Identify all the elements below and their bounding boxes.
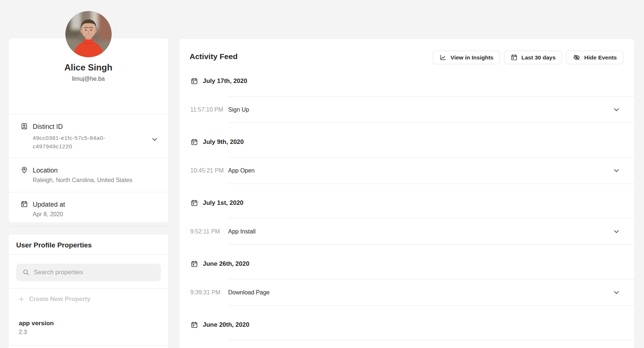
view-in-insights-button[interactable]: View in Insights: [433, 51, 500, 64]
field-value: 49cc0381-e1fc-57c5-84a0-c497949c1220: [8, 134, 130, 151]
divider: [228, 123, 634, 123]
calendar-icon: [191, 138, 198, 146]
field-distinct-id: Distinct ID 49cc0381-e1fc-57c5-84a0-c497…: [8, 114, 168, 158]
feed-date-group: July 9th, 2020 10:45:21 PM App Open: [179, 138, 634, 184]
last-30-days-button[interactable]: Last 30 days: [504, 51, 562, 64]
hide-events-label: Hide Events: [584, 54, 617, 61]
field-label: Distinct ID: [8, 114, 168, 131]
event-item: 9:39:31 PM Download Page: [179, 279, 634, 306]
feed-date-group: July 1st, 2020 9:52:11 PM App Install: [179, 199, 634, 245]
event-time: 10:45:21 PM: [190, 167, 224, 174]
activity-feed-card: Activity Feed View in Insights Last 30 d…: [179, 39, 635, 348]
profile-name: Alice Singh: [8, 62, 168, 73]
feed-groups: July 17th, 2020 11:57:10 PM Sign Up July…: [179, 39, 634, 340]
event-name: App Install: [228, 228, 256, 235]
chevron-down-icon[interactable]: [152, 138, 157, 141]
search-icon: [23, 269, 29, 276]
feed-date-header: June 20th, 2020: [191, 320, 634, 329]
feed-date-label: July 1st, 2020: [203, 199, 244, 207]
chevron-down-icon[interactable]: [614, 108, 619, 111]
feed-date-group: July 17th, 2020 11:57:10 PM Sign Up: [179, 77, 634, 123]
feed-date-header: July 1st, 2020: [191, 199, 634, 207]
properties-title: User Profile Properties: [8, 234, 168, 254]
feed-date-header: July 17th, 2020: [191, 77, 634, 86]
feed-date-label: July 9th, 2020: [203, 138, 244, 146]
avatar: [65, 11, 112, 57]
feed-date-header: July 9th, 2020: [191, 138, 634, 146]
chevron-down-icon[interactable]: [614, 169, 619, 172]
calendar-icon: [191, 321, 198, 329]
user-profile-page: Alice Singh limuj@he.ba Distinct ID 49cc…: [0, 0, 644, 348]
event-name: Sign Up: [228, 106, 249, 113]
event-row[interactable]: 9:52:11 PM App Install: [179, 218, 634, 244]
divider: [228, 184, 634, 184]
last-30-days-label: Last 30 days: [521, 54, 555, 61]
field-value: Raleigh, North Carolina, United States: [8, 177, 168, 184]
property-item[interactable]: app version 2.3: [8, 309, 168, 345]
field-label: Updated at: [8, 192, 168, 209]
avatar-photo: [65, 11, 112, 57]
search-box[interactable]: [16, 264, 161, 281]
feed-date-header: June 26th, 2020: [191, 260, 634, 268]
divider: [228, 340, 634, 340]
calendar-icon: [191, 77, 198, 85]
location-pin-icon: [21, 166, 28, 174]
divider: [228, 244, 634, 245]
calendar-icon: [191, 260, 198, 268]
event-time: 9:39:31 PM: [190, 289, 220, 296]
calendar-icon: [191, 199, 198, 207]
search-properties-input[interactable]: [34, 269, 161, 276]
profile-card: Alice Singh limuj@he.ba Distinct ID 49cc…: [8, 38, 169, 223]
profile-email: limuj@he.ba: [8, 75, 168, 82]
feed-date-label: June 26th, 2020: [203, 260, 249, 268]
event-name: Download Page: [228, 289, 270, 296]
calendar-icon: [21, 200, 28, 208]
divider: [228, 305, 634, 306]
field-location: Location Raleigh, North Carolina, United…: [8, 158, 168, 192]
event-time: 11:57:10 PM: [190, 106, 223, 113]
feed-date-group: June 26th, 2020 9:39:31 PM Download Page: [179, 260, 634, 306]
feed-date-label: July 17th, 2020: [203, 77, 247, 85]
hide-events-button[interactable]: Hide Events: [566, 51, 623, 64]
profile-header: Alice Singh limuj@he.ba: [8, 62, 168, 114]
create-new-property-label: Create New Property: [29, 296, 90, 303]
event-row[interactable]: 9:39:31 PM Download Page: [179, 279, 634, 305]
feed-date-group: June 20th, 2020: [179, 320, 634, 340]
eye-off-icon: [573, 54, 580, 61]
field-label: Location: [8, 158, 168, 174]
chevron-down-icon[interactable]: [614, 291, 619, 294]
event-time: 9:52:11 PM: [190, 228, 220, 235]
property-value: 2.3: [19, 329, 168, 336]
create-new-property-button[interactable]: Create New Property: [8, 288, 168, 309]
property-name: app version: [19, 320, 168, 327]
plus-icon: [19, 297, 24, 302]
properties-search-section: [8, 254, 168, 288]
chevron-down-icon[interactable]: [614, 230, 619, 233]
field-value: Apr 8, 2020: [8, 211, 168, 218]
id-badge-icon: [21, 123, 28, 130]
activity-feed-title: Activity Feed: [190, 52, 238, 61]
event-name: App Open: [228, 167, 255, 174]
event-row[interactable]: 11:57:10 PM Sign Up: [179, 97, 634, 123]
event-item: 9:52:11 PM App Install: [179, 218, 634, 245]
line-chart-icon: [439, 54, 447, 61]
feed-date-label: June 20th, 2020: [203, 321, 249, 329]
event-item: 10:45:21 PM App Open: [179, 157, 634, 184]
user-profile-properties-card: User Profile Properties: [8, 234, 169, 348]
field-updated-at: Updated at Apr 8, 2020: [8, 192, 168, 226]
event-item: 11:57:10 PM Sign Up: [179, 97, 634, 123]
feed-actions: View in Insights Last 30 days Hide Event…: [433, 51, 623, 64]
view-in-insights-label: View in Insights: [450, 54, 493, 61]
calendar-icon: [511, 54, 518, 61]
event-row[interactable]: 10:45:21 PM App Open: [179, 157, 634, 184]
